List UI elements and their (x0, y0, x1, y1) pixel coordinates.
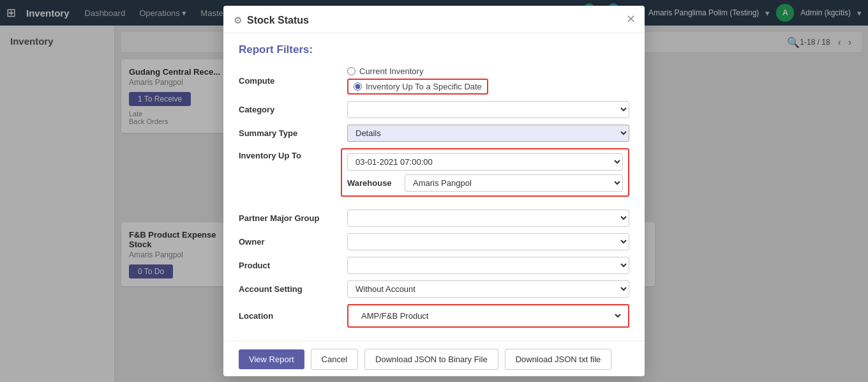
account-setting-select[interactable]: Without Account With Account (347, 280, 629, 298)
modal-title: Stock Status (247, 15, 309, 26)
summary-type-select[interactable]: Details Summary (347, 125, 629, 142)
inventory-warehouse-fields: 03-01-2021 07:00:00 Warehouse Amaris Pan… (341, 148, 629, 203)
compute-option-specific-label: Inventory Up To a Specific Date (366, 82, 482, 91)
product-label: Product (239, 261, 341, 270)
warehouse-select[interactable]: Amaris Pangpol (405, 174, 623, 192)
modal-body: Report Filters: Compute Current Inventor… (223, 33, 645, 340)
modal-overlay[interactable]: ⚙ Stock Status ✕ Report Filters: Compute… (0, 0, 868, 382)
warehouse-row: Warehouse Amaris Pangpol (347, 174, 623, 192)
compute-radio-specific[interactable] (354, 82, 362, 91)
owner-row: Owner (239, 233, 629, 250)
download-json-binary-button[interactable]: Download JSON to Binary File (364, 349, 498, 370)
inventory-up-to-label: Inventory Up To (239, 148, 341, 160)
view-report-button[interactable]: View Report (239, 349, 304, 369)
account-setting-control: Without Account With Account (347, 280, 629, 298)
partner-major-group-control (347, 210, 629, 227)
summary-type-control: Details Summary (347, 125, 629, 142)
location-select-wrapper: AMP/F&B Product (347, 304, 629, 328)
owner-select[interactable] (347, 233, 629, 250)
summary-type-label: Summary Type (239, 128, 341, 138)
partner-major-group-select[interactable] (347, 210, 629, 227)
compute-radio-current[interactable] (347, 67, 355, 75)
category-control (347, 101, 629, 118)
compute-options: Current Inventory Inventory Up To a Spec… (347, 66, 629, 95)
modal-stock-status: ⚙ Stock Status ✕ Report Filters: Compute… (223, 6, 645, 376)
compute-option-current-label: Current Inventory (359, 66, 423, 76)
inventory-highlight-box: 03-01-2021 07:00:00 Warehouse Amaris Pan… (341, 148, 629, 197)
modal-gear-icon: ⚙ (234, 15, 242, 26)
location-label: Location (239, 311, 341, 321)
inventory-up-to-row: 03-01-2021 07:00:00 (347, 153, 623, 171)
compute-row: Compute Current Inventory Inventory Up T… (239, 66, 629, 95)
compute-specific-outlined: Inventory Up To a Specific Date (347, 79, 488, 95)
inventory-warehouse-container: Inventory Up To 03-01-2021 07:00:00 Ware… (239, 148, 629, 203)
modal-close-button[interactable]: ✕ (626, 13, 636, 25)
cancel-button[interactable]: Cancel (311, 349, 358, 370)
inventory-up-to-select[interactable]: 03-01-2021 07:00:00 (347, 153, 623, 171)
product-select[interactable] (347, 257, 629, 274)
modal-header: ⚙ Stock Status ✕ (223, 6, 645, 33)
product-control (347, 257, 629, 274)
category-label: Category (239, 105, 341, 114)
partner-major-group-label: Partner Major Group (239, 213, 341, 223)
account-setting-label: Account Setting (239, 284, 341, 294)
warehouse-label: Warehouse (347, 178, 398, 188)
location-red-border: AMP/F&B Product (347, 304, 629, 328)
owner-control (347, 233, 629, 250)
download-json-txt-button[interactable]: Download JSON txt file (505, 349, 612, 370)
compute-label: Compute (239, 76, 341, 86)
product-row: Product (239, 257, 629, 274)
location-select[interactable]: AMP/F&B Product (354, 308, 623, 324)
category-row: Category (239, 101, 629, 118)
summary-type-row: Summary Type Details Summary (239, 125, 629, 142)
report-filters-label: Report Filters: (239, 43, 629, 56)
owner-label: Owner (239, 237, 341, 247)
partner-major-group-row: Partner Major Group (239, 210, 629, 227)
account-setting-row: Account Setting Without Account With Acc… (239, 280, 629, 298)
location-container: Location AMP/F&B Product (239, 304, 629, 328)
modal-footer: View Report Cancel Download JSON to Bina… (223, 340, 645, 376)
compute-option-specific[interactable]: Inventory Up To a Specific Date (347, 79, 629, 95)
category-select[interactable] (347, 101, 629, 118)
compute-option-current[interactable]: Current Inventory (347, 66, 629, 76)
